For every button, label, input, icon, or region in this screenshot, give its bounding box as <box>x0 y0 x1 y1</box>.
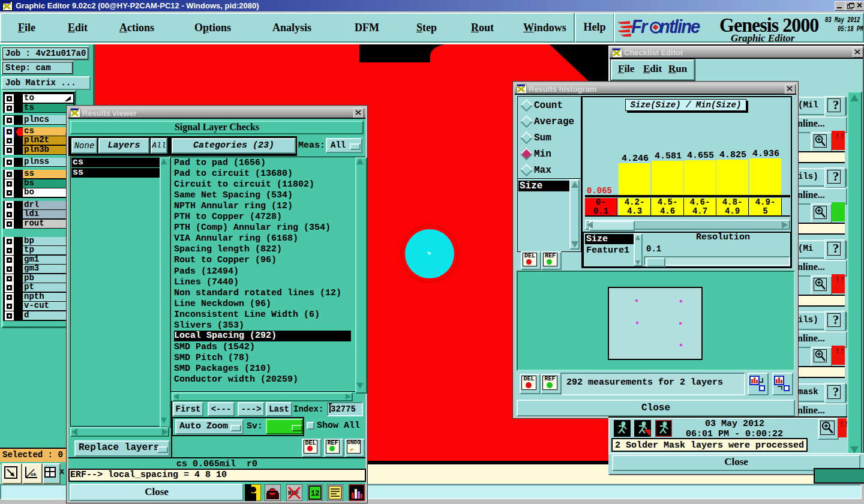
svg-text:ok: ok <box>31 472 37 477</box>
svg-text:12: 12 <box>311 490 319 498</box>
